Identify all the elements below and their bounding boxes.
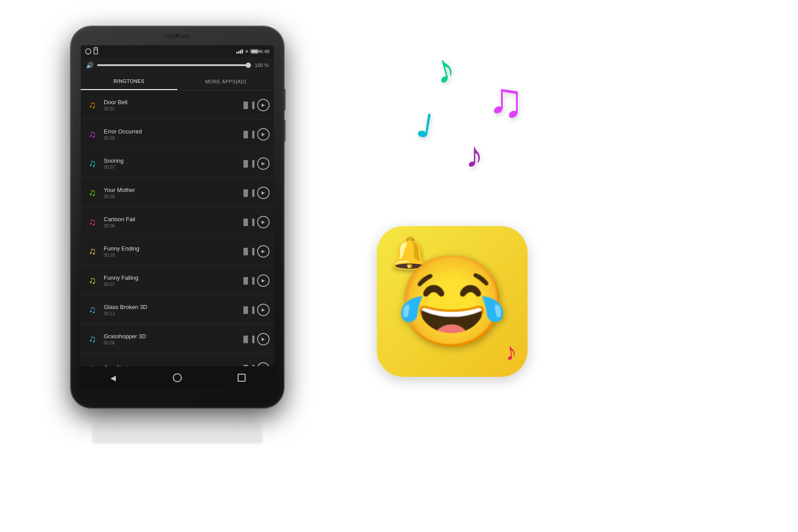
signal-bar-2 xyxy=(238,51,239,54)
ringtone-actions: ▐▌▐ ▶ xyxy=(241,333,270,345)
ringtone-name: Your Mother xyxy=(104,187,241,193)
note-icon: ♫ xyxy=(85,244,99,258)
ringtone-item[interactable]: ♫ Cartoon Fail 00:06 ▐▌▐ ▶ xyxy=(81,207,274,237)
home-button[interactable] xyxy=(170,371,184,385)
play-button[interactable]: ▶ xyxy=(257,216,270,228)
bars-icon[interactable]: ▐▌▐ xyxy=(241,219,254,226)
play-button[interactable]: ▶ xyxy=(257,99,270,111)
back-button[interactable]: ◀ xyxy=(106,371,120,385)
play-button[interactable]: ▶ xyxy=(257,157,270,170)
volume-percent: 100 % xyxy=(254,63,269,68)
bars-icon[interactable]: ▐▌▐ xyxy=(241,336,254,343)
volume-up-button[interactable] xyxy=(284,89,286,111)
signal-bar-3 xyxy=(240,50,241,54)
music-notes-graphic: ♪ ♫ ♩ ♪ xyxy=(390,49,559,217)
note-icon: ♫ xyxy=(85,215,99,229)
status-time: 6:48 xyxy=(260,49,270,54)
tab-ringtones[interactable]: RINGTONES xyxy=(81,73,177,90)
note-icon: ♫ xyxy=(85,127,99,141)
play-button[interactable]: ▶ xyxy=(257,274,270,287)
ringtone-duration: 00:28 xyxy=(104,136,241,141)
ringtone-info: Snoring 00:07 xyxy=(104,157,241,170)
ringtone-name: Door Bell xyxy=(104,99,241,106)
bars-icon[interactable]: ▐▌▐ xyxy=(241,160,254,167)
laughing-emoji: 😂 xyxy=(397,257,508,346)
ringtone-item[interactable]: ♫ Door Bell 00:02 ▐▌▐ ▶ xyxy=(81,90,274,120)
ringtone-actions: ▐▌▐ ▶ xyxy=(241,187,270,199)
signal-bar-4 xyxy=(242,49,243,54)
ringtone-info: Door Bell 00:02 xyxy=(104,99,241,111)
ringtone-actions: ▐▌▐ ▶ xyxy=(241,216,270,228)
ringtone-info: Funny Ending 00:16 xyxy=(104,245,241,258)
battery-fill xyxy=(251,50,258,53)
ringtone-info: Grasshopper 3D 00:06 xyxy=(104,333,241,345)
ringtone-item[interactable]: ♫ Grasshopper 3D 00:06 ▐▌▐ ▶ xyxy=(81,325,274,354)
bars-icon[interactable]: ▐▌▐ xyxy=(241,306,254,313)
ringtone-duration: 00:06 xyxy=(104,340,241,345)
phone-device: ✈ 6:48 🔊 100 % RINGTONES xyxy=(71,27,284,408)
play-button[interactable]: ▶ xyxy=(257,245,270,258)
music-note-app-icon: ♪ xyxy=(502,336,519,367)
note-icon: ♫ xyxy=(85,156,99,171)
ringtone-actions: ▐▌▐ ▶ xyxy=(241,362,270,367)
bars-icon[interactable]: ▐▌▐ xyxy=(241,102,254,109)
ringtone-name: Cartoon Fail xyxy=(104,216,241,223)
music-note-green: ♪ xyxy=(430,47,459,91)
status-lock-icon xyxy=(94,49,98,55)
note-icon: ♫ xyxy=(85,98,99,112)
status-left-icons xyxy=(85,48,98,55)
ringtone-info: Your Mother 00:28 xyxy=(104,187,241,199)
play-button[interactable]: ▶ xyxy=(257,304,270,316)
decorations: ♪ ♫ ♩ ♪ 🔔 😂 ♪ xyxy=(355,35,621,501)
bars-icon[interactable]: ▐▌▐ xyxy=(241,248,254,255)
ringtone-name: Error Occurred xyxy=(104,128,241,135)
ringtone-actions: ▐▌▐ ▶ xyxy=(241,274,270,287)
ringtone-actions: ▐▌▐ ▶ xyxy=(241,245,270,258)
ringtone-duration: 00:16 xyxy=(104,253,241,258)
phone-reflection xyxy=(92,412,262,443)
ringtone-item[interactable]: ♫ Glass Broken 3D 00:12 ▐▌▐ ▶ xyxy=(81,295,274,325)
ringtone-duration: 00:28 xyxy=(104,194,241,199)
ringtone-duration: 00:07 xyxy=(104,165,241,170)
ringtone-actions: ▐▌▐ ▶ xyxy=(241,99,270,111)
ringtone-duration: 00:02 xyxy=(104,106,241,111)
note-icon: ♫ xyxy=(85,361,99,367)
play-button[interactable]: ▶ xyxy=(257,187,270,199)
ringtone-name: Funny Falling xyxy=(104,274,241,281)
ringtone-item[interactable]: ♫ Funny Falling 00:07 ▐▌▐ ▶ xyxy=(81,266,274,295)
bars-icon[interactable]: ▐▌▐ xyxy=(241,277,254,284)
ringtone-item[interactable]: ♫ Snoring 00:07 ▐▌▐ ▶ xyxy=(81,149,274,178)
note-icon: ♫ xyxy=(85,303,99,317)
ringtone-duration: 00:06 xyxy=(104,223,241,228)
ringtone-duration: 00:07 xyxy=(104,282,241,287)
ringtone-info: Funny Falling 00:07 xyxy=(104,274,241,287)
ringtone-item[interactable]: ♫ Gun Shot ▐▌▐ ▶ xyxy=(81,354,274,366)
play-button[interactable]: ▶ xyxy=(257,333,270,345)
bars-icon[interactable]: ▐▌▐ xyxy=(241,189,254,196)
battery-icon xyxy=(250,49,258,54)
music-note-teal: ♩ xyxy=(414,110,434,143)
music-note-magenta: ♫ xyxy=(488,75,524,124)
volume-track[interactable] xyxy=(97,64,251,66)
bars-icon[interactable]: ▐▌▐ xyxy=(241,131,254,138)
status-circle-icon xyxy=(85,48,91,55)
ringtone-item[interactable]: ♫ Your Mother 00:28 ▐▌▐ ▶ xyxy=(81,178,274,207)
volume-row: 🔊 100 % xyxy=(81,58,274,73)
ringtone-name: Funny Ending xyxy=(104,245,241,252)
volume-down-button[interactable] xyxy=(284,120,286,142)
ringtone-actions: ▐▌▐ ▶ xyxy=(241,128,270,141)
recents-button[interactable] xyxy=(235,371,249,385)
status-right-icons: ✈ 6:48 xyxy=(236,49,270,55)
ringtone-item[interactable]: ♫ Error Occurred 00:28 ▐▌▐ ▶ xyxy=(81,120,274,149)
tab-more-apps[interactable]: MORE APPS[AD] xyxy=(177,73,274,90)
recents-square-icon xyxy=(238,374,246,382)
volume-thumb xyxy=(246,63,251,68)
play-button[interactable]: ▶ xyxy=(257,128,270,141)
ringtone-item[interactable]: ♫ Funny Ending 00:16 ▐▌▐ ▶ xyxy=(81,237,274,266)
app-icon[interactable]: 🔔 😂 ♪ xyxy=(377,226,528,377)
play-button[interactable]: ▶ xyxy=(257,362,270,367)
airplane-icon: ✈ xyxy=(245,49,249,55)
ringtone-list: ♫ Door Bell 00:02 ▐▌▐ ▶ ♫ Error Occurred… xyxy=(81,90,274,366)
ringtone-duration: 00:12 xyxy=(104,311,241,316)
ringtone-actions: ▐▌▐ ▶ xyxy=(241,304,270,316)
